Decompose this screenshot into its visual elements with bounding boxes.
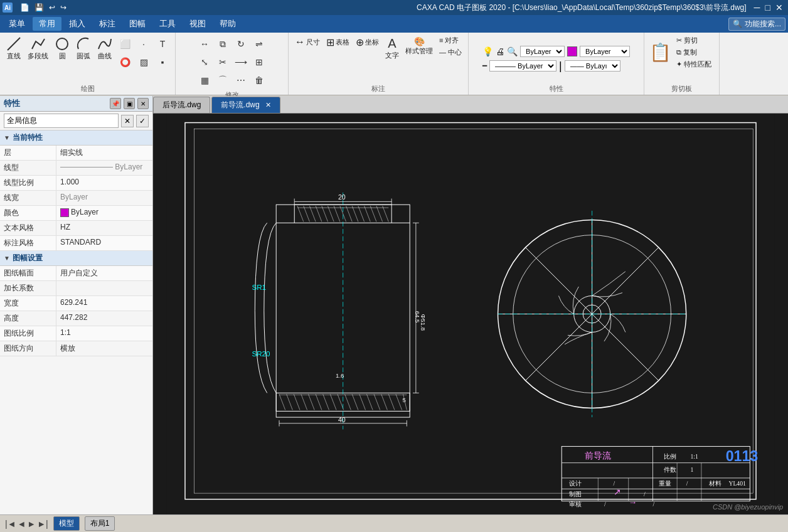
file-icon[interactable]: 📄 [20, 3, 29, 12]
prop-row-linetype: 线型 ——————— ByLayer [0, 161, 152, 176]
curve-tool[interactable]: 曲线 [95, 35, 115, 62]
canvas-area[interactable]: SR1 SR20 20 40 64.5 Φ51.8 1.6 5 [153, 114, 788, 514]
panel-header: 特性 📌 ▣ ✕ [0, 96, 152, 112]
menu-item-file[interactable]: 菜单 [3, 17, 31, 31]
panel-scope-select[interactable]: 全局信息 [4, 114, 119, 128]
delete-tool[interactable]: 🗑 [250, 72, 268, 89]
model-tab[interactable]: 模型 [53, 516, 80, 531]
rect-tool[interactable]: ⬜ [116, 35, 134, 53]
linetype-select[interactable]: ByLayer [520, 46, 565, 57]
offset-tool[interactable]: ⊞ [250, 53, 268, 71]
polyline-tool[interactable]: 多段线 [25, 35, 51, 62]
paste-btn[interactable]: 📋 [649, 42, 671, 63]
mirror-tool[interactable]: ⇌ [250, 35, 268, 53]
linestyle-select[interactable]: —— ByLayı [565, 60, 620, 72]
panel-float-btn[interactable]: ▣ [124, 98, 135, 109]
text-ann-icon: A [388, 36, 396, 51]
trim-tool[interactable]: ✂ [214, 53, 232, 71]
prop-val-ltscale: 1.000 [56, 176, 152, 190]
collapse-arrow-page[interactable]: ▼ [4, 255, 10, 262]
panel-reset-btn[interactable]: ✕ [121, 115, 134, 127]
match-prop-btn[interactable]: ✦ 特性匹配 [674, 59, 714, 70]
svg-text:重量: 重量 [659, 480, 671, 487]
array-tool[interactable]: ▦ [196, 72, 213, 89]
point-tool[interactable]: · [135, 35, 152, 53]
copy-mod-tool[interactable]: ⧉ [214, 35, 232, 53]
prop-row-color: 颜色 ByLayer [0, 206, 152, 221]
prop-row-layer: 层 细实线 [0, 146, 152, 161]
copy-btn[interactable]: ⧉ 复制 [674, 47, 714, 58]
svg-text:SR20: SR20 [252, 349, 270, 358]
props-tools: 💡 🖨 🔍 ByLayer ByLayer ━ ——— ByLayer | — [482, 35, 630, 83]
break-tool[interactable]: ⋯ [232, 72, 250, 89]
dim-align-btn[interactable]: ≡ 对齐 [437, 35, 464, 46]
prop-key-linetype: 线型 [0, 161, 56, 175]
ribbon-group-props: 💡 🖨 🔍 ByLayer ByLayer ━ ——— ByLayer | — [469, 33, 644, 95]
panel-close-btn[interactable]: ✕ [137, 98, 149, 109]
tab-close-qiandaoliu[interactable]: ✕ [265, 101, 271, 109]
line-tool[interactable]: 直线 [4, 35, 24, 62]
hatch-tool[interactable]: ▨ [135, 53, 152, 71]
menu-item-help[interactable]: 帮助 [213, 17, 242, 31]
ellipse-tool[interactable]: ⭕ [116, 53, 134, 71]
style-mgr-btn[interactable]: 🎨 样式管理 [403, 35, 435, 57]
cut-btn[interactable]: ✂ 剪切 [674, 35, 714, 46]
table-tool[interactable]: ⊞ 表格 [324, 35, 352, 50]
save-icon[interactable]: 💾 [35, 3, 44, 12]
linewidth-select[interactable]: ——— ByLayer [489, 60, 556, 72]
search-placeholder: 功能搜索... [745, 19, 781, 29]
menu-item-layout[interactable]: 图幅 [123, 17, 152, 31]
window-max[interactable]: □ [765, 3, 770, 13]
clipboard-group-label: 剪切板 [671, 84, 692, 93]
menu-item-view[interactable]: 视图 [183, 17, 212, 31]
tab-qiandaoliu[interactable]: 前导流.dwg ✕ [211, 97, 280, 113]
layer-select[interactable]: ByLayer [580, 46, 630, 57]
detail-icon: 🔍 [507, 46, 518, 56]
move-tool[interactable]: ↔ [196, 35, 213, 53]
arc-tool[interactable]: 圆弧 [73, 35, 93, 62]
text-tool[interactable]: T [154, 35, 171, 53]
svg-text:制图: 制图 [569, 491, 582, 497]
menu-item-home[interactable]: 常用 [33, 17, 61, 31]
svg-text:1:1: 1:1 [690, 453, 698, 460]
window-min[interactable]: ─ [754, 3, 760, 13]
nav-first[interactable]: |◄ [5, 519, 16, 529]
svg-point-1 [56, 38, 68, 50]
tab-houdaoliu[interactable]: 后导流.dwg [153, 97, 210, 113]
fillet-tool[interactable]: ⌒ [214, 72, 232, 89]
menu-item-annotate[interactable]: 标注 [93, 17, 122, 31]
prop-row-pagesize: 图纸幅面 用户自定义 [0, 266, 152, 281]
prop-key-height: 高度 [0, 311, 56, 326]
fill-tool[interactable]: ▪ [154, 53, 171, 71]
redo-icon[interactable]: ↪ [60, 3, 67, 12]
window-close[interactable]: ✕ [775, 3, 783, 13]
prop-val-textstyle: HZ [56, 221, 152, 235]
rotate-tool[interactable]: ↻ [232, 35, 250, 53]
svg-text:0113: 0113 [726, 448, 759, 464]
prop-val-linewidth: ByLayer [56, 191, 152, 205]
prop-val-orient: 横放 [56, 341, 152, 356]
linewidth-icon: ━ [482, 61, 487, 70]
coord-tool[interactable]: ⊕ 坐标 [353, 35, 381, 50]
extend-tool[interactable]: ⟶ [232, 53, 250, 71]
menu-item-insert[interactable]: 插入 [63, 17, 92, 31]
panel-pin-btn[interactable]: 📌 [110, 98, 121, 109]
dim-linear-tool[interactable]: ↔ 尺寸 [292, 35, 322, 49]
function-search[interactable]: 🔍 功能搜索... [728, 18, 785, 31]
layout1-tab[interactable]: 布局1 [85, 516, 115, 531]
prop-row-extend: 加长系数 [0, 281, 152, 296]
nav-last[interactable]: ►| [37, 519, 48, 529]
title-bar: Ai 📄 💾 ↩ ↪ CAXA CAD 电子图板 2020 - [C:\User… [0, 0, 788, 15]
menu-item-tools[interactable]: 工具 [153, 17, 182, 31]
prop-key-linewidth: 线宽 [0, 191, 56, 205]
scale-tool[interactable]: ⤡ [196, 53, 213, 71]
collapse-arrow-current[interactable]: ▼ [4, 134, 10, 141]
dim-center-btn[interactable]: — 中心 [437, 47, 464, 58]
undo-icon[interactable]: ↩ [49, 3, 55, 12]
text-ann-tool[interactable]: A 文字 [383, 35, 402, 61]
nav-next[interactable]: ► [27, 519, 36, 529]
circle-tool[interactable]: 圆 [52, 35, 72, 62]
nav-prev[interactable]: ◄ [18, 519, 26, 529]
print-icon: 🖨 [496, 46, 504, 56]
panel-apply-btn[interactable]: ✓ [136, 115, 149, 127]
